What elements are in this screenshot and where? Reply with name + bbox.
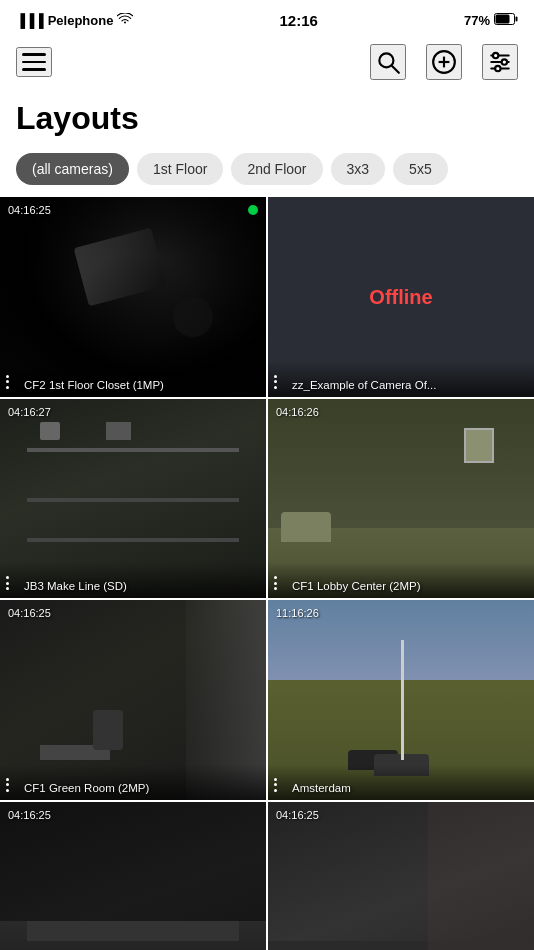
camera-name-bar: CF2 1st Floor Closet (1MP) bbox=[0, 361, 266, 397]
timestamp: 04:16:25 bbox=[8, 809, 51, 821]
status-right: 77% bbox=[464, 13, 518, 28]
camera-object bbox=[464, 428, 494, 463]
status-left: ▐▐▐ Pelephone bbox=[16, 13, 133, 28]
chip-all-cameras[interactable]: (all cameras) bbox=[16, 153, 129, 185]
chip-5x5[interactable]: 5x5 bbox=[393, 153, 448, 185]
dot bbox=[6, 386, 9, 389]
camera-name: Amsterdam bbox=[292, 782, 351, 794]
camera-object bbox=[27, 448, 240, 452]
dot bbox=[274, 380, 277, 383]
camera-object bbox=[27, 921, 240, 941]
dot bbox=[274, 789, 277, 792]
chip-1st-floor[interactable]: 1st Floor bbox=[137, 153, 223, 185]
carrier-name: Pelephone bbox=[48, 13, 114, 28]
camera-name-bar: JB3 Make Line (SD) bbox=[0, 562, 266, 598]
camera-menu-button[interactable] bbox=[6, 778, 9, 792]
camera-object bbox=[281, 512, 331, 542]
camera-grid: 04:16:25 CF2 1st Floor Closet (1MP) Offl… bbox=[0, 197, 534, 950]
add-circle-icon bbox=[431, 49, 457, 75]
camera-menu-button[interactable] bbox=[274, 778, 277, 792]
battery-icon bbox=[494, 13, 518, 28]
camera-object bbox=[40, 422, 60, 440]
camera-cell[interactable]: 04:16:25 CF2 1st Floor Closet (1MP) bbox=[0, 197, 266, 397]
dot bbox=[6, 587, 9, 590]
online-indicator bbox=[248, 205, 258, 215]
dot bbox=[274, 582, 277, 585]
camera-menu-button[interactable] bbox=[6, 375, 9, 389]
chip-2nd-floor[interactable]: 2nd Floor bbox=[231, 153, 322, 185]
timestamp: 04:16:25 bbox=[8, 607, 51, 619]
sliders-icon bbox=[487, 49, 513, 75]
hamburger-line-3 bbox=[22, 68, 46, 71]
timestamp: 11:16:26 bbox=[276, 607, 319, 619]
dot bbox=[6, 380, 9, 383]
timestamp: 04:16:25 bbox=[276, 809, 319, 821]
timestamp: 04:16:26 bbox=[276, 406, 319, 418]
camera-menu-button[interactable] bbox=[274, 576, 277, 590]
filter-row: (all cameras) 1st Floor 2nd Floor 3x3 5x… bbox=[0, 145, 534, 197]
camera-object bbox=[27, 538, 240, 542]
dot bbox=[6, 576, 9, 579]
signal-icon: ▐▐▐ bbox=[16, 13, 44, 28]
dot bbox=[6, 783, 9, 786]
dot bbox=[274, 386, 277, 389]
camera-cell[interactable]: 11:16:26 Amsterdam bbox=[268, 600, 534, 800]
camera-visual bbox=[268, 802, 534, 951]
dot bbox=[274, 783, 277, 786]
svg-line-4 bbox=[392, 66, 399, 73]
camera-object bbox=[106, 422, 131, 440]
camera-cell[interactable]: Offline zz_Example of Camera Of... bbox=[268, 197, 534, 397]
search-button[interactable] bbox=[370, 44, 406, 80]
svg-rect-2 bbox=[495, 14, 509, 23]
camera-name-bar: CF1 Green Room (2MP) bbox=[0, 764, 266, 800]
status-time: 12:16 bbox=[279, 12, 317, 29]
camera-name: CF1 Lobby Center (2MP) bbox=[292, 580, 420, 592]
camera-cell[interactable]: 04:16:25 CF2 Entrance (1MP) bbox=[268, 802, 534, 951]
top-nav bbox=[0, 36, 534, 88]
dot bbox=[6, 778, 9, 781]
offline-label: Offline bbox=[369, 285, 432, 308]
camera-object bbox=[93, 710, 123, 750]
hamburger-line-2 bbox=[22, 61, 46, 64]
status-bar: ▐▐▐ Pelephone 12:16 77% bbox=[0, 0, 534, 36]
dot bbox=[274, 587, 277, 590]
camera-menu-button[interactable] bbox=[274, 375, 277, 389]
camera-object bbox=[428, 802, 534, 951]
camera-name: CF1 Green Room (2MP) bbox=[24, 782, 149, 794]
camera-object bbox=[27, 498, 240, 502]
search-icon bbox=[375, 49, 401, 75]
camera-cell[interactable]: 04:16:25 CF1 Green Room (2MP) bbox=[0, 600, 266, 800]
hamburger-line-1 bbox=[22, 53, 46, 56]
camera-menu-button[interactable] bbox=[6, 576, 9, 590]
camera-cell[interactable]: 04:16:27 JB3 Make Line (SD) bbox=[0, 399, 266, 599]
menu-button[interactable] bbox=[16, 47, 52, 77]
chip-3x3[interactable]: 3x3 bbox=[331, 153, 386, 185]
dot bbox=[6, 789, 9, 792]
camera-cell[interactable]: 04:16:26 CF1 Lobby Center (2MP) bbox=[268, 399, 534, 599]
dot bbox=[6, 582, 9, 585]
camera-name: CF2 1st Floor Closet (1MP) bbox=[24, 379, 164, 391]
nav-icons bbox=[370, 44, 518, 80]
camera-cell[interactable]: 04:16:25 JB1 Lobby (2MP) bbox=[0, 802, 266, 951]
camera-name: JB3 Make Line (SD) bbox=[24, 580, 127, 592]
wifi-icon bbox=[117, 13, 133, 28]
svg-point-13 bbox=[495, 66, 500, 71]
page-title: Layouts bbox=[0, 88, 534, 145]
battery-percent: 77% bbox=[464, 13, 490, 28]
camera-object bbox=[401, 640, 404, 760]
camera-name-bar: CF1 Lobby Center (2MP) bbox=[268, 562, 534, 598]
svg-rect-1 bbox=[515, 16, 517, 21]
timestamp: 04:16:25 bbox=[8, 204, 51, 216]
camera-name: zz_Example of Camera Of... bbox=[292, 379, 436, 391]
timestamp: 04:16:27 bbox=[8, 406, 51, 418]
camera-visual bbox=[0, 802, 266, 951]
dot bbox=[274, 778, 277, 781]
add-button[interactable] bbox=[426, 44, 462, 80]
camera-name-bar: Amsterdam bbox=[268, 764, 534, 800]
camera-name-bar: zz_Example of Camera Of... bbox=[268, 361, 534, 397]
dot bbox=[274, 576, 277, 579]
dot bbox=[274, 375, 277, 378]
filter-button[interactable] bbox=[482, 44, 518, 80]
svg-point-11 bbox=[493, 53, 498, 58]
svg-point-12 bbox=[502, 59, 507, 64]
